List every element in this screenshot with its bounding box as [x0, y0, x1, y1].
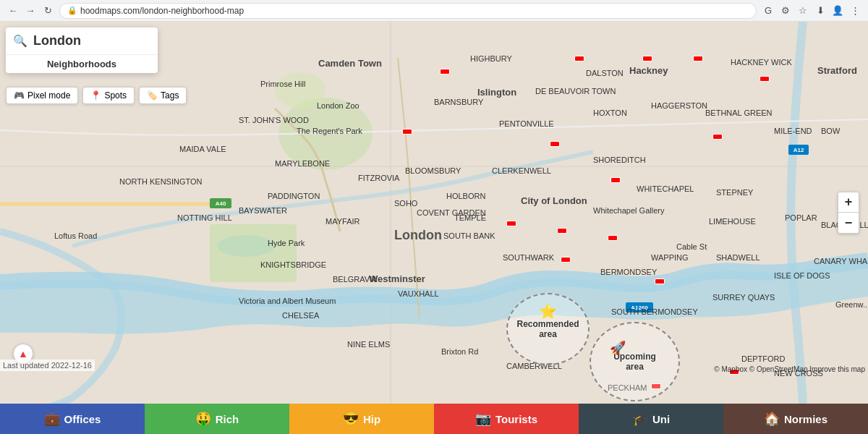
svg-rect-0 — [0, 22, 868, 404]
back-button[interactable]: ← — [6, 4, 20, 18]
pixel-mode-label: Pixel mode — [27, 90, 70, 101]
rich-label: Rich — [216, 413, 239, 425]
normies-icon: 🏠 — [764, 411, 780, 427]
browser-actions: G ⚙ ☆ ⬇ 👤 ⋮ — [761, 4, 862, 18]
tube-marker-highbury — [440, 69, 450, 75]
map-svg: A40 — [0, 22, 868, 404]
normies-label: Normies — [784, 413, 827, 425]
zoom-in-button[interactable]: + — [838, 192, 859, 213]
attribution-text: © Mapbox © OpenStreetMap Improve this ma… — [714, 365, 865, 373]
tube-marker-stratford — [760, 76, 770, 82]
nav-item-uni[interactable]: 🎓Uni — [579, 404, 723, 434]
search-bar[interactable]: 🔍 London — [6, 27, 158, 55]
star-marker: ⭐ — [539, 302, 557, 320]
tags-icon: 🏷️ — [147, 90, 158, 101]
tags-label: Tags — [161, 90, 179, 101]
menu-icon[interactable]: ⋮ — [848, 4, 862, 18]
tourists-label: Tourists — [495, 413, 537, 425]
tourists-icon: 📷 — [475, 411, 491, 427]
pixel-mode-button[interactable]: 🎮 Pixel mode — [6, 87, 78, 104]
profile-icon[interactable]: 👤 — [830, 4, 845, 18]
tube-marker-aldgate — [557, 228, 567, 234]
nav-item-normies[interactable]: 🏠Normies — [723, 404, 868, 434]
download-icon[interactable]: ⬇ — [813, 4, 827, 18]
svg-text:A40: A40 — [216, 200, 226, 207]
rich-icon: 🤑 — [195, 411, 211, 427]
tube-marker-hackney2 — [693, 56, 703, 61]
compass-icon: ▲ — [18, 348, 28, 359]
search-city: London — [33, 33, 81, 48]
tube-marker-dalston — [574, 56, 584, 61]
refresh-button[interactable]: ↻ — [41, 4, 55, 18]
google-icon[interactable]: G — [761, 4, 775, 18]
lock-icon: 🔒 — [67, 6, 77, 15]
svg-text:A12: A12 — [793, 147, 804, 153]
tube-marker-london-bridge — [561, 257, 571, 263]
svg-point-7 — [275, 72, 326, 109]
hip-icon: 😎 — [343, 411, 359, 427]
svg-rect-5 — [210, 224, 297, 282]
tube-marker-euston — [402, 129, 412, 135]
nav-item-tourists[interactable]: 📷Tourists — [434, 404, 579, 434]
url-text: hoodmaps.com/london-neighborhood-map — [80, 6, 244, 16]
upcoming-area: Upcomingarea — [590, 322, 680, 401]
tags-button[interactable]: 🏷️ Tags — [139, 87, 187, 104]
tube-marker-angel — [550, 141, 560, 147]
rocket-marker: 🚀 — [610, 340, 626, 356]
neighborhoods-label: Neighborhoods — [6, 55, 158, 73]
browser-bar: ← → ↻ 🔒 hoodmaps.com/london-neighborhood… — [0, 0, 868, 22]
tube-marker-hackney — [642, 56, 652, 61]
tube-marker-barbican — [506, 221, 516, 226]
tube-marker-shoreditch — [610, 177, 621, 183]
spots-label: Spots — [104, 90, 127, 101]
pixel-mode-icon: 🎮 — [14, 90, 25, 101]
bookmark-icon[interactable]: ☆ — [796, 4, 810, 18]
zoom-out-button[interactable]: − — [838, 213, 859, 233]
tube-marker-bow — [712, 134, 723, 140]
app-container: A40 — [0, 22, 868, 434]
search-panel: 🔍 London Neighborhoods — [6, 27, 158, 73]
offices-label: Offices — [64, 413, 101, 425]
svg-text:A1260: A1260 — [631, 305, 648, 311]
hip-label: Hip — [363, 413, 380, 425]
forward-button[interactable]: → — [23, 4, 38, 18]
spots-button[interactable]: 📍 Spots — [82, 87, 135, 104]
timestamp: Last updated 2022-12-16 — [0, 359, 95, 371]
offices-icon: 💼 — [44, 411, 60, 427]
zoom-controls: + − — [838, 192, 859, 234]
nav-item-rich[interactable]: 🤑Rich — [145, 404, 289, 434]
mode-buttons: 🎮 Pixel mode 📍 Spots 🏷️ Tags — [6, 87, 187, 104]
map-area[interactable]: A40 — [0, 22, 868, 404]
address-bar[interactable]: 🔒 hoodmaps.com/london-neighborhood-map — [59, 3, 757, 19]
tube-marker-whitechapel — [608, 235, 618, 241]
uni-label: Uni — [652, 413, 670, 425]
search-icon: 🔍 — [13, 34, 27, 48]
uni-icon: 🎓 — [632, 411, 648, 427]
tube-marker-bermondsey — [655, 278, 665, 284]
nav-item-hip[interactable]: 😎Hip — [289, 404, 434, 434]
bottom-nav: 💼Offices🤑Rich😎Hip📷Tourists🎓Uni🏠Normies — [0, 404, 868, 434]
nav-item-offices[interactable]: 💼Offices — [0, 404, 145, 434]
extensions-icon[interactable]: ⚙ — [778, 4, 793, 18]
browser-controls: ← → ↻ — [6, 4, 55, 18]
map-attribution: © Mapbox © OpenStreetMap Improve this ma… — [714, 365, 865, 373]
spots-icon: 📍 — [90, 90, 101, 101]
